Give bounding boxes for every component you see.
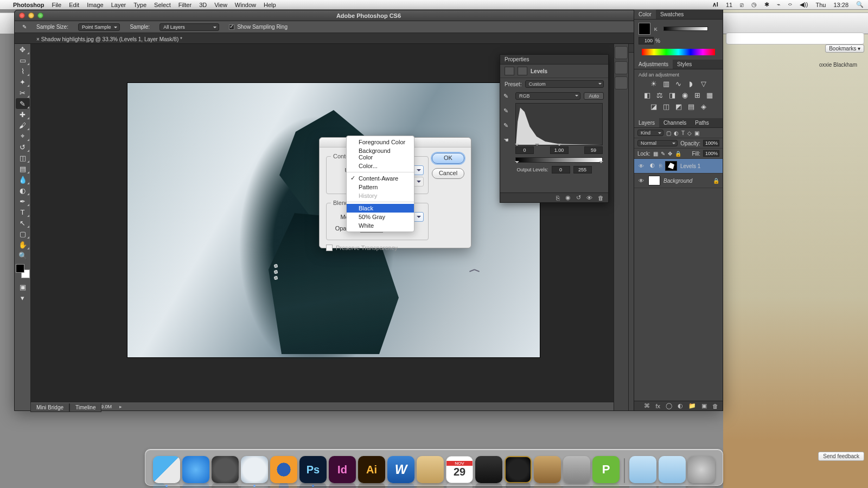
output-gradient[interactable] — [515, 157, 603, 163]
lock-paint-icon[interactable]: ✎ — [661, 151, 665, 157]
wand-tool[interactable]: ✦ — [16, 76, 30, 87]
link-icon[interactable]: ⎘ — [659, 163, 662, 169]
dock-trash[interactable] — [688, 456, 715, 483]
document-tab[interactable]: × Shadow highlights.jpg @ 33.3% (Levels … — [31, 35, 188, 43]
gray-eyedropper-icon[interactable]: ✎ — [503, 107, 509, 114]
dock-garageband[interactable] — [534, 456, 561, 483]
tab-swatches[interactable]: Swatches — [656, 10, 688, 19]
dodge-tool[interactable]: ◐ — [16, 185, 30, 196]
brush-tool[interactable]: 🖌 — [16, 120, 30, 131]
dock-safari[interactable] — [241, 456, 268, 483]
bookmarks-button[interactable]: Bookmarks ▾ — [825, 44, 864, 53]
clip-icon[interactable]: ⎘ — [556, 195, 560, 201]
curves-icon[interactable]: ∿ — [674, 80, 683, 88]
foreground-color-swatch[interactable] — [16, 264, 24, 273]
dock-dashboard[interactable] — [212, 456, 239, 483]
balance-icon[interactable]: ⚖ — [655, 91, 664, 99]
menu-window[interactable]: Window — [235, 2, 256, 8]
dock-finder[interactable] — [153, 456, 180, 483]
menu-item-pattern[interactable]: Pattern — [347, 183, 414, 191]
k-slider[interactable] — [663, 27, 708, 31]
layer-name[interactable]: Background — [663, 178, 710, 184]
invert-icon[interactable]: ◪ — [649, 102, 658, 111]
clock-time[interactable]: 13:28 — [833, 2, 848, 8]
collapsed-panel-icon[interactable] — [615, 46, 628, 59]
view-prev-icon[interactable]: ◉ — [565, 194, 571, 201]
crop-tool[interactable]: ✂ — [16, 87, 30, 98]
menubar-icon-2[interactable]: ✱ — [764, 1, 769, 8]
fx-icon[interactable]: fx — [655, 403, 660, 409]
visibility-icon[interactable]: 👁 — [586, 195, 592, 201]
menu-filter[interactable]: Filter — [178, 2, 192, 8]
stamp-tool[interactable]: ⌖ — [16, 131, 30, 142]
sample-size-select[interactable]: Point Sample — [78, 23, 120, 31]
menu-item-content-aware[interactable]: Content-Aware — [347, 174, 414, 183]
filter-type-icon[interactable]: T — [681, 130, 685, 136]
shape-tool[interactable]: ▢ — [16, 228, 30, 239]
ok-button[interactable]: OK — [432, 153, 464, 164]
tab-layers[interactable]: Layers — [634, 118, 659, 127]
volume-icon[interactable]: ◀)) — [800, 1, 808, 8]
input-white-point[interactable] — [584, 146, 603, 154]
menu-item-black[interactable]: Black — [347, 204, 414, 213]
lookup-icon[interactable]: ▦ — [705, 91, 714, 99]
properties-tab[interactable]: Properties — [505, 56, 529, 62]
tab-color[interactable]: Color — [634, 10, 656, 19]
exposure-icon[interactable]: ◗ — [687, 80, 695, 88]
levels-adjust-icon[interactable] — [505, 67, 514, 75]
eyedropper-tool[interactable]: ✎ — [16, 98, 30, 109]
threshold-icon[interactable]: ◩ — [674, 102, 683, 111]
fill-input[interactable] — [703, 150, 719, 157]
dock-folder-2[interactable] — [659, 456, 686, 483]
blur-tool[interactable]: 💧 — [16, 174, 30, 185]
histogram[interactable] — [515, 103, 603, 145]
filter-smart-icon[interactable]: ▣ — [694, 130, 699, 136]
menu-item-50-gray[interactable]: 50% Gray — [347, 213, 414, 221]
filter-adjust-icon[interactable]: ◐ — [674, 130, 679, 136]
adobe-status-icon[interactable]: ∧I — [712, 1, 718, 8]
photo-filter-icon[interactable]: ◉ — [680, 91, 689, 99]
eraser-tool[interactable]: ◫ — [16, 152, 30, 163]
output-white[interactable] — [573, 166, 592, 174]
dock-appstore[interactable] — [182, 456, 209, 483]
menu-item-white[interactable]: White — [347, 221, 414, 230]
menu-view[interactable]: View — [214, 2, 227, 8]
tab-adjustments[interactable]: Adjustments — [634, 60, 673, 69]
layer-mask-thumb[interactable] — [665, 161, 677, 171]
photoshop-titlebar[interactable]: Adobe Photoshop CS6 — [15, 10, 723, 21]
black-eyedropper-icon[interactable]: ✎ — [503, 93, 509, 100]
bluetooth-icon[interactable]: ⌁ — [777, 1, 781, 8]
menu-item-background[interactable]: Background Color — [347, 146, 414, 162]
tab-styles[interactable]: Styles — [673, 60, 696, 69]
tab-paths[interactable]: Paths — [691, 118, 713, 127]
menu-3d[interactable]: 3D — [199, 2, 207, 8]
clock-day[interactable]: Thu — [816, 2, 826, 8]
auto-button[interactable]: Auto — [584, 92, 604, 100]
new-layer-icon[interactable]: ▣ — [701, 402, 707, 409]
opacity-input[interactable] — [703, 140, 719, 146]
marquee-tool[interactable]: ▭ — [16, 55, 30, 66]
menu-type[interactable]: Type — [133, 2, 146, 8]
cancel-button[interactable]: Cancel — [432, 168, 464, 179]
dock-imovie[interactable] — [505, 456, 532, 483]
dock-photoshop[interactable]: Ps — [299, 456, 327, 483]
white-eyedropper-icon[interactable]: ✎ — [503, 122, 509, 129]
menu-item-foreground[interactable]: Foreground Color — [347, 138, 414, 146]
layer-name[interactable]: Levels 1 — [680, 163, 719, 169]
visibility-toggle[interactable]: 👁 — [637, 163, 645, 169]
mask-icon[interactable] — [518, 67, 527, 75]
safari-url-field[interactable] — [726, 33, 864, 44]
dock-contacts[interactable] — [417, 456, 444, 483]
wifi-icon[interactable]: ⌔ — [788, 2, 792, 8]
color-swatch[interactable] — [639, 23, 650, 35]
menu-image[interactable]: Image — [87, 2, 104, 8]
sample-select[interactable]: All Layers — [159, 23, 219, 31]
dock-word[interactable]: W — [387, 456, 414, 483]
pen-tool[interactable]: ✒ — [16, 196, 30, 207]
type-tool[interactable]: T — [16, 207, 30, 217]
app-menu[interactable]: Photoshop — [13, 2, 44, 8]
status-arrow-icon-2[interactable]: ▸ — [119, 404, 122, 409]
dock-image-capture[interactable] — [475, 456, 502, 483]
history-brush-tool[interactable]: ↺ — [16, 142, 30, 152]
hue-icon[interactable]: ◧ — [643, 91, 652, 99]
